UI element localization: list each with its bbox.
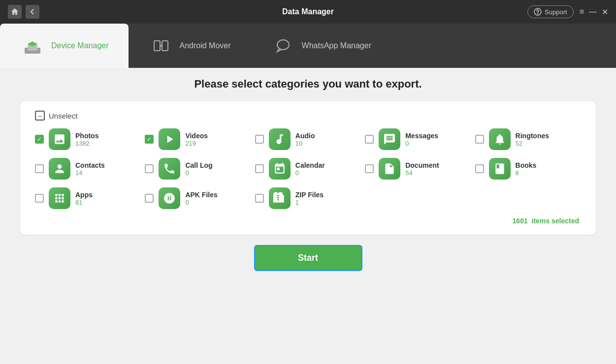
svg-rect-7	[162, 41, 168, 51]
items-selected-label: items selected	[532, 217, 580, 225]
checkbox-messages[interactable]	[365, 135, 374, 144]
messages-icon	[379, 128, 400, 150]
start-button[interactable]: Start	[254, 245, 362, 271]
category-apps: Apps 81	[35, 187, 141, 209]
window-title: Data Manager	[282, 7, 334, 16]
audio-count: 10	[295, 140, 315, 147]
call-log-name: Call Log	[185, 161, 212, 169]
zip-files-icon	[269, 187, 291, 209]
checkbox-photos[interactable]	[35, 135, 44, 144]
document-count: 54	[405, 169, 439, 177]
apk-files-icon	[159, 187, 180, 209]
videos-name: Videos	[185, 132, 208, 140]
checkbox-contacts[interactable]	[35, 164, 44, 173]
category-apk-files: APK Files 0	[145, 187, 251, 209]
svg-point-8	[277, 40, 289, 50]
unselect-label: Unselect	[49, 112, 77, 120]
title-bar-right: Support ≡ — ✕	[527, 5, 608, 18]
checkbox-calendar[interactable]	[255, 164, 264, 173]
videos-icon	[159, 128, 180, 150]
categories-grid: Photos 1382 Videos 219	[35, 128, 581, 209]
back-button[interactable]	[26, 5, 39, 19]
menu-icon[interactable]: ≡	[580, 7, 584, 16]
svg-rect-6	[154, 41, 160, 51]
checkbox-document[interactable]	[365, 164, 374, 173]
zip-files-count: 1	[295, 199, 324, 206]
checkbox-audio[interactable]	[255, 135, 264, 144]
main-content: Please select categories you want to exp…	[0, 68, 616, 364]
nav-tabs: Device Manager Android Mover WhatsApp Ma…	[0, 24, 616, 68]
device-manager-icon	[20, 33, 45, 59]
books-name: Books	[516, 161, 537, 169]
checkbox-apps[interactable]	[35, 194, 44, 203]
items-selected-count: 1601	[513, 217, 528, 225]
page-heading: Please select categories you want to exp…	[20, 78, 596, 91]
category-document: Document 54	[365, 158, 471, 180]
call-log-count: 0	[185, 169, 212, 177]
books-icon	[489, 158, 511, 180]
support-icon	[534, 8, 542, 16]
tab-android-mover-label: Android Mover	[180, 41, 231, 50]
category-videos: Videos 219	[145, 128, 251, 150]
messages-name: Messages	[405, 132, 438, 140]
calendar-count: 0	[295, 169, 325, 177]
contacts-count: 14	[75, 169, 105, 177]
tab-device-manager[interactable]: Device Manager	[0, 24, 129, 68]
checkbox-call-log[interactable]	[145, 164, 154, 173]
ringtones-count: 52	[516, 140, 549, 147]
category-messages: Messages 0	[365, 128, 471, 150]
title-bar: Data Manager Support ≡ — ✕	[0, 0, 616, 24]
checkbox-books[interactable]	[475, 164, 484, 173]
apk-files-count: 0	[185, 199, 217, 206]
calendar-name: Calendar	[295, 161, 325, 169]
tab-device-manager-label: Device Manager	[51, 41, 109, 50]
apk-files-name: APK Files	[185, 191, 217, 199]
android-mover-icon	[148, 33, 174, 59]
photos-icon	[49, 128, 70, 150]
calendar-icon	[269, 158, 291, 180]
photos-count: 1382	[75, 140, 98, 147]
categories-box: – Unselect Photos 1382	[20, 100, 596, 235]
tab-whatsapp-manager[interactable]: WhatsApp Manager	[251, 24, 391, 68]
checkbox-ringtones[interactable]	[475, 135, 484, 144]
minimize-button[interactable]: —	[589, 7, 597, 16]
tab-whatsapp-manager-label: WhatsApp Manager	[302, 41, 371, 50]
ringtones-icon	[489, 128, 511, 150]
contacts-name: Contacts	[75, 161, 105, 169]
support-label: Support	[545, 8, 567, 16]
category-calendar: Calendar 0	[255, 158, 361, 180]
category-audio: Audio 10	[255, 128, 361, 150]
unselect-row[interactable]: – Unselect	[35, 111, 581, 121]
checkbox-videos[interactable]	[145, 135, 154, 144]
ringtones-name: Ringtones	[516, 132, 549, 140]
category-books: Books 8	[475, 158, 581, 180]
document-icon	[379, 158, 400, 180]
books-count: 8	[516, 169, 537, 177]
start-button-row: Start	[20, 245, 596, 271]
call-log-icon	[159, 158, 180, 180]
checkbox-apk-files[interactable]	[145, 194, 154, 203]
close-button[interactable]: ✕	[602, 7, 608, 17]
title-bar-left	[8, 5, 39, 19]
category-photos: Photos 1382	[35, 128, 141, 150]
items-selected-text: 1601 items selected	[513, 217, 579, 225]
document-name: Document	[405, 161, 439, 169]
category-ringtones: Ringtones 52	[475, 128, 581, 150]
apps-count: 81	[75, 199, 93, 206]
checkbox-zip-files[interactable]	[255, 194, 264, 203]
tab-android-mover[interactable]: Android Mover	[129, 24, 251, 68]
home-button[interactable]	[8, 5, 22, 19]
videos-count: 219	[185, 140, 208, 147]
audio-name: Audio	[295, 132, 315, 140]
window-controls: ≡ — ✕	[580, 7, 608, 17]
support-button[interactable]: Support	[527, 5, 574, 18]
category-call-log: Call Log 0	[145, 158, 251, 180]
svg-point-1	[538, 13, 538, 14]
apps-name: Apps	[75, 191, 93, 199]
unselect-icon[interactable]: –	[35, 111, 45, 121]
audio-icon	[269, 128, 291, 150]
category-contacts: Contacts 14	[35, 158, 141, 180]
bottom-row: 1601 items selected	[35, 217, 581, 225]
photos-name: Photos	[75, 132, 98, 140]
whatsapp-manager-icon	[270, 33, 296, 59]
